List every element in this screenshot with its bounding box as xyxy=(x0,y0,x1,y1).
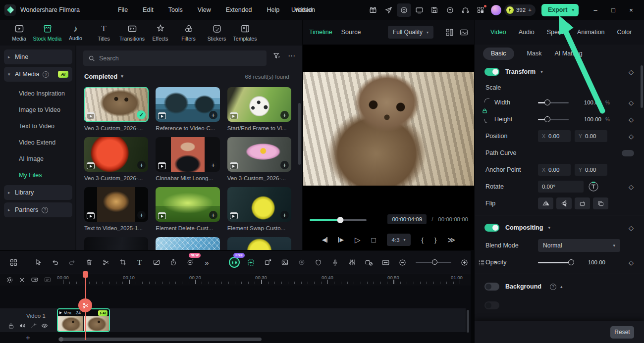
sidebar-item-partners[interactable]: ▸ Partners ? xyxy=(4,202,72,217)
playhead-split-scissors-button[interactable] xyxy=(78,298,92,312)
media-thumbnail-flower[interactable]: + xyxy=(227,137,291,172)
aspect-ratio-dropdown[interactable]: 4:3 ▾ xyxy=(387,234,411,246)
whiteboard-icon[interactable] xyxy=(412,3,427,17)
support-headphones-icon[interactable] xyxy=(458,3,473,17)
flip-horizontal-button[interactable] xyxy=(538,197,553,209)
props-tab-speed[interactable]: Speed xyxy=(547,29,565,36)
split-view-icon[interactable] xyxy=(445,28,454,37)
track-layout-icon[interactable] xyxy=(7,256,20,269)
sidebar-item-text-to-video[interactable]: Text to Video xyxy=(4,118,72,134)
progress-handle[interactable] xyxy=(337,217,344,223)
minimize-button[interactable]: – xyxy=(587,0,604,20)
gift-icon[interactable] xyxy=(366,3,380,17)
rotate-field[interactable]: 0.00° xyxy=(538,181,584,193)
add-track-button[interactable]: + xyxy=(26,333,30,342)
mark-in-button[interactable]: { xyxy=(422,236,424,244)
tab-effects[interactable]: Effects xyxy=(146,20,174,46)
more-tools-icon[interactable]: » xyxy=(200,256,214,269)
split-scissors-icon[interactable] xyxy=(99,256,112,269)
media-thumbnail-sea[interactable]: + xyxy=(156,87,219,122)
rotate-clockwise-button[interactable] xyxy=(593,197,608,209)
undo-icon[interactable] xyxy=(49,256,62,269)
sidebar-item-video-extend[interactable]: Video Extend xyxy=(4,134,72,150)
track-manager-caret[interactable]: ▾ xyxy=(491,256,498,269)
keyframe-add-icon[interactable]: NEW xyxy=(183,256,197,269)
voiceover-mic-icon[interactable] xyxy=(328,256,342,269)
ai-marker-icon[interactable] xyxy=(244,256,258,269)
media-card[interactable]: + Element Swap-Custo... xyxy=(227,187,291,231)
media-insert-icon[interactable] xyxy=(278,256,291,269)
filter-icon[interactable] xyxy=(272,51,281,60)
media-card[interactable]: + Element Delete-Cust... xyxy=(156,187,219,231)
anchor-x-field[interactable]: X0.00 xyxy=(538,164,571,176)
props-tab-animation[interactable]: Animation xyxy=(577,29,605,36)
select-tool-icon[interactable] xyxy=(32,256,45,269)
add-to-timeline-button[interactable]: + xyxy=(280,161,289,169)
mask-tool-icon[interactable] xyxy=(150,256,163,269)
track-manager-icon[interactable] xyxy=(475,256,488,269)
add-to-timeline-button[interactable]: + xyxy=(209,211,217,219)
media-thumbnail-portrait[interactable]: + xyxy=(156,137,219,172)
mark-out-button[interactable]: } xyxy=(434,236,436,244)
height-keyframe-icon[interactable]: ◇ xyxy=(624,116,638,123)
save-icon[interactable] xyxy=(428,3,442,17)
link-media-icon[interactable] xyxy=(31,276,39,284)
props-tab-color[interactable]: Color xyxy=(617,29,632,36)
media-thumbnail-soccer[interactable]: + xyxy=(227,87,291,122)
width-slider-handle[interactable] xyxy=(544,99,550,105)
width-slider[interactable] xyxy=(538,102,569,103)
add-to-timeline-button[interactable]: + xyxy=(137,161,146,169)
compositing-keyframe-icon[interactable]: ◇ xyxy=(624,224,638,232)
media-thumbnail-yellow-ball[interactable]: + xyxy=(227,187,291,222)
speed-tool-icon[interactable] xyxy=(166,256,180,269)
width-keyframe-icon[interactable]: ◇ xyxy=(624,99,638,106)
tab-transitions[interactable]: Transitions xyxy=(118,20,146,46)
chevron-down-icon[interactable]: ▾ xyxy=(548,225,550,230)
library-scrollbar[interactable] xyxy=(298,103,301,165)
menu-tools[interactable]: Tools xyxy=(161,0,190,20)
media-thumbnail-city[interactable]: + xyxy=(84,187,148,222)
crop-icon[interactable] xyxy=(116,256,129,269)
rotate-counterclockwise-button[interactable] xyxy=(575,197,590,209)
screen-record-icon[interactable] xyxy=(397,3,411,17)
compositing-toggle[interactable] xyxy=(484,224,499,232)
timeline-settings-gear-icon[interactable] xyxy=(6,276,13,284)
ai-copilot-icon[interactable]: Free xyxy=(227,256,241,269)
close-button[interactable]: × xyxy=(622,0,640,20)
sidebar-item-image-to-video[interactable]: Image to Video xyxy=(4,101,72,118)
zoom-in-icon[interactable] xyxy=(458,256,471,269)
sidebar-item-my-files[interactable]: My Files xyxy=(4,167,72,183)
preview-tab-source[interactable]: Source xyxy=(341,29,361,36)
render-preview-icon[interactable] xyxy=(18,276,26,284)
video-scopes-icon[interactable] xyxy=(460,28,468,37)
opacity-slider[interactable] xyxy=(538,262,573,263)
user-avatar[interactable] xyxy=(491,5,501,15)
maximize-button[interactable]: □ xyxy=(604,0,622,20)
help-icon[interactable]: ? xyxy=(42,207,48,213)
chevron-down-icon[interactable]: ▾ xyxy=(540,69,543,74)
tab-stickers[interactable]: Stickers xyxy=(203,20,231,46)
audio-mixer-icon[interactable] xyxy=(345,256,359,269)
media-thumbnail[interactable] xyxy=(227,237,291,250)
playback-quality-dropdown[interactable]: Full Quality ▾ xyxy=(388,26,433,39)
media-card[interactable]: + Reference to Video-C... xyxy=(156,87,219,131)
blend-mode-dropdown[interactable]: Normal ▾ xyxy=(538,239,620,252)
position-x-field[interactable]: X0.00 xyxy=(538,130,571,142)
text-tool-icon[interactable]: T xyxy=(133,256,146,269)
add-credits-button[interactable]: + xyxy=(528,7,532,13)
props-tab-video[interactable]: Video xyxy=(490,29,506,36)
track-enhance-wand-icon[interactable] xyxy=(30,322,37,329)
search-input[interactable]: Search xyxy=(83,50,267,66)
track-visibility-eye-icon[interactable] xyxy=(41,322,48,329)
media-card[interactable] xyxy=(227,237,291,250)
timeline-ruler[interactable]: 00:00 00:10 00:20 00:30 00:40 00:50 01:0… xyxy=(0,274,471,286)
fit-timeline-icon[interactable] xyxy=(379,256,392,269)
timeline-zoom-slider[interactable] xyxy=(416,262,451,263)
upload-icon[interactable] xyxy=(443,3,457,17)
media-card[interactable] xyxy=(84,237,148,250)
timeline-tracks[interactable]: Video 1 + Veo...-24 AI xyxy=(0,286,471,343)
opacity-value[interactable]: 100.00 xyxy=(577,259,605,265)
menu-help[interactable]: Help xyxy=(260,0,287,20)
flip-vertical-button[interactable] xyxy=(556,197,572,209)
reset-button[interactable]: Reset xyxy=(610,326,634,339)
